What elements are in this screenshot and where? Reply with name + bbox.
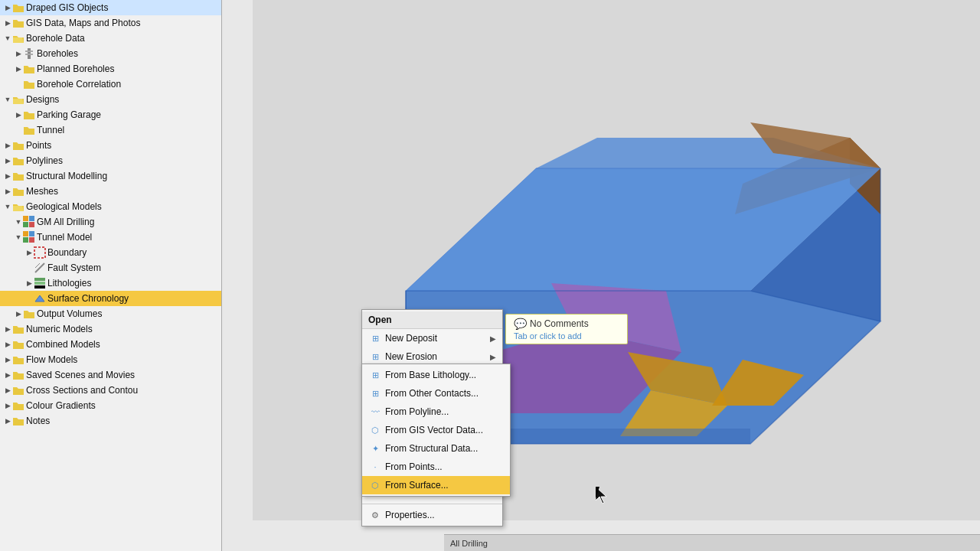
tree-item-borehole-data[interactable]: ▼Borehole Data bbox=[0, 31, 221, 46]
expand-arrow-flow-models[interactable]: ▶ bbox=[3, 355, 12, 364]
boreholes-icon bbox=[23, 47, 35, 60]
tree-label-boundary: Boundary bbox=[47, 247, 87, 258]
cs-from-structural-data[interactable]: ✦ From Structural Data... bbox=[362, 439, 510, 458]
expand-arrow-gis-data[interactable]: ▶ bbox=[3, 18, 12, 28]
expand-arrow-boreholes[interactable]: ▶ bbox=[14, 49, 23, 58]
expand-arrow-polylines[interactable]: ▶ bbox=[3, 156, 12, 165]
tree-item-parking-garage[interactable]: ▶Parking Garage bbox=[0, 107, 221, 122]
tree-label-lithologies: Lithologies bbox=[47, 278, 91, 289]
expand-arrow-tunnel-model[interactable]: ▼ bbox=[14, 233, 23, 242]
expand-arrow-tunnel[interactable] bbox=[14, 126, 23, 135]
expand-arrow-parking-garage[interactable]: ▶ bbox=[14, 110, 23, 119]
cs-from-polyline[interactable]: 〰 From Polyline... bbox=[362, 403, 510, 421]
tree-item-structural-modelling[interactable]: ▶Structural Modelling bbox=[0, 168, 221, 184]
expand-arrow-combined-models[interactable]: ▶ bbox=[3, 340, 12, 349]
tree-item-gm-all-drilling[interactable]: ▼GM All Drilling bbox=[0, 214, 221, 230]
tree-item-draped-gis[interactable]: ▶Draped GIS Objects bbox=[0, 0, 221, 15]
tree-item-planned-boreholes[interactable]: ▶Planned Boreholes bbox=[0, 61, 221, 77]
tree-item-polylines[interactable]: ▶Polylines bbox=[0, 153, 221, 168]
polylines-icon bbox=[12, 155, 24, 167]
cm-open[interactable]: Open bbox=[362, 311, 502, 329]
lithologies-icon bbox=[34, 277, 46, 289]
saved-scenes-icon bbox=[12, 369, 24, 381]
expand-arrow-borehole-data[interactable]: ▼ bbox=[3, 34, 12, 43]
expand-arrow-lithologies[interactable]: ▶ bbox=[24, 279, 34, 288]
expand-arrow-colour-gradients[interactable]: ▶ bbox=[3, 401, 12, 410]
structural-data-icon: ✦ bbox=[368, 442, 382, 455]
tree-item-saved-scenes[interactable]: ▶Saved Scenes and Movies bbox=[0, 367, 221, 383]
points-icon bbox=[12, 139, 24, 152]
expand-arrow-gm-all-drilling[interactable]: ▼ bbox=[14, 217, 23, 227]
gis-vector-icon: ⬡ bbox=[368, 424, 382, 436]
expand-arrow-notes[interactable]: ▶ bbox=[3, 416, 12, 425]
expand-arrow-designs[interactable]: ▼ bbox=[3, 95, 12, 104]
svg-rect-1 bbox=[25, 51, 33, 52]
tree-label-notes: Notes bbox=[26, 416, 50, 426]
expand-arrow-output-volumes[interactable]: ▶ bbox=[14, 309, 23, 318]
expand-arrow-cross-sections[interactable]: ▶ bbox=[3, 386, 12, 395]
expand-arrow-fault-system[interactable] bbox=[24, 263, 34, 272]
boundary-icon bbox=[34, 246, 46, 259]
tree-item-surface-chronology[interactable]: Surface Chronology bbox=[0, 291, 221, 306]
tree-item-cross-sections[interactable]: ▶Cross Sections and Contou bbox=[0, 383, 221, 398]
tree-item-fault-system[interactable]: Fault System bbox=[0, 260, 221, 276]
svg-marker-17 bbox=[35, 295, 44, 302]
tree-item-combined-models[interactable]: ▶Combined Models bbox=[0, 337, 221, 352]
tree-item-tunnel-model[interactable]: ▼Tunnel Model bbox=[0, 230, 221, 245]
base-litho-icon: ⊞ bbox=[368, 369, 382, 381]
tree-item-lithologies[interactable]: ▶Lithologies bbox=[0, 276, 221, 291]
svg-line-13 bbox=[35, 263, 40, 268]
cs-from-base-lithology[interactable]: ⊞ From Base Lithology... bbox=[362, 366, 510, 384]
tree-item-numeric-models[interactable]: ▶Numeric Models bbox=[0, 321, 221, 337]
borehole-correlation-icon bbox=[23, 78, 35, 90]
structural-modelling-icon bbox=[12, 170, 24, 182]
tree-label-cross-sections: Cross Sections and Contou bbox=[26, 385, 138, 396]
tree-item-designs[interactable]: ▼Designs bbox=[0, 92, 221, 107]
comment-icon: 💬 bbox=[514, 318, 527, 330]
expand-arrow-borehole-correlation[interactable] bbox=[14, 80, 23, 89]
expand-arrow-points[interactable]: ▶ bbox=[3, 141, 12, 150]
tree-label-saved-scenes: Saved Scenes and Movies bbox=[26, 370, 135, 380]
cm-new-deposit[interactable]: ⊞ New Deposit ▶ bbox=[362, 329, 502, 347]
tree-item-colour-gradients[interactable]: ▶Colour Gradients bbox=[0, 398, 221, 413]
tree-label-output-volumes: Output Volumes bbox=[37, 308, 102, 319]
tree-item-notes[interactable]: ▶Notes bbox=[0, 413, 221, 429]
svg-rect-7 bbox=[23, 231, 28, 236]
expand-arrow-meshes[interactable]: ▶ bbox=[3, 187, 12, 196]
svg-marker-37 bbox=[596, 487, 606, 504]
tab-hint: Tab or click to add bbox=[514, 331, 619, 341]
context-submenu[interactable]: ⊞ From Base Lithology... ⊞ From Other Co… bbox=[361, 364, 511, 497]
tree-item-flow-models[interactable]: ▶Flow Models bbox=[0, 352, 221, 367]
tree-item-output-volumes[interactable]: ▶Output Volumes bbox=[0, 306, 221, 321]
expand-arrow-surface-chronology[interactable] bbox=[24, 294, 34, 303]
flow-models-icon bbox=[12, 354, 24, 366]
expand-arrow-planned-boreholes[interactable]: ▶ bbox=[14, 64, 23, 73]
deposit-icon: ⊞ bbox=[368, 332, 382, 344]
expand-arrow-draped-gis[interactable]: ▶ bbox=[3, 3, 12, 12]
expand-arrow-boundary[interactable]: ▶ bbox=[24, 248, 34, 257]
surface-icon: ⬡ bbox=[368, 479, 382, 491]
tree-item-boreholes[interactable]: ▶Boreholes bbox=[0, 46, 221, 61]
output-volumes-icon bbox=[23, 308, 35, 320]
tree-label-boreholes: Boreholes bbox=[37, 48, 78, 59]
project-tree[interactable]: ▶Draped GIS Objects▶GIS Data, Maps and P… bbox=[0, 0, 222, 551]
tree-item-gis-data[interactable]: ▶GIS Data, Maps and Photos bbox=[0, 15, 221, 31]
fault-system-icon bbox=[34, 262, 46, 274]
tree-item-tunnel[interactable]: Tunnel bbox=[0, 122, 221, 138]
cs-from-surface[interactable]: ⬡ From Surface... bbox=[362, 476, 510, 494]
tree-item-boundary[interactable]: ▶Boundary bbox=[0, 245, 221, 260]
expand-arrow-saved-scenes[interactable]: ▶ bbox=[3, 370, 12, 380]
expand-arrow-geological-models[interactable]: ▼ bbox=[3, 202, 12, 211]
other-contacts-icon: ⊞ bbox=[368, 387, 382, 399]
tree-item-geological-models[interactable]: ▼Geological Models bbox=[0, 199, 221, 214]
cm-properties[interactable]: ⚙ Properties... bbox=[362, 506, 502, 524]
tree-item-meshes[interactable]: ▶Meshes bbox=[0, 184, 221, 199]
no-comments-tooltip[interactable]: 💬 No Comments Tab or click to add bbox=[505, 314, 628, 344]
tree-item-points[interactable]: ▶Points bbox=[0, 138, 221, 153]
expand-arrow-numeric-models[interactable]: ▶ bbox=[3, 324, 12, 334]
tree-item-borehole-correlation[interactable]: Borehole Correlation bbox=[0, 77, 221, 92]
cs-from-gis-vector[interactable]: ⬡ From GIS Vector Data... bbox=[362, 421, 510, 439]
cs-from-other-contacts[interactable]: ⊞ From Other Contacts... bbox=[362, 384, 510, 403]
expand-arrow-structural-modelling[interactable]: ▶ bbox=[3, 171, 12, 181]
cs-from-points[interactable]: · From Points... bbox=[362, 458, 510, 476]
